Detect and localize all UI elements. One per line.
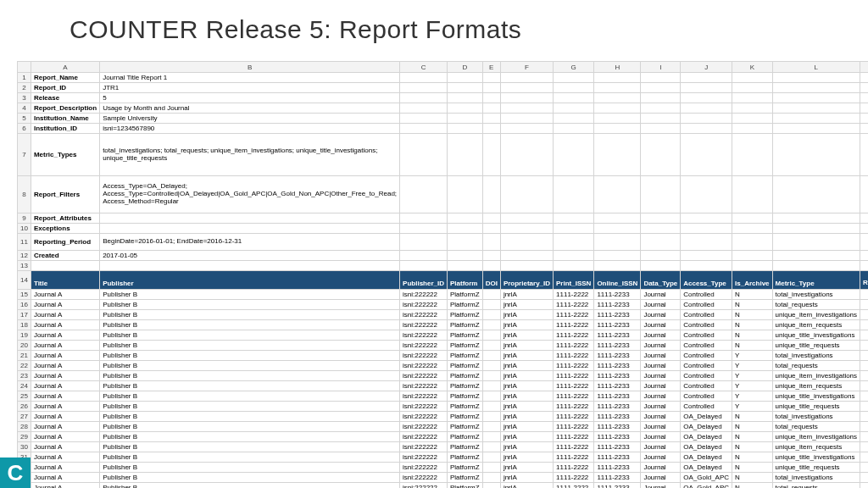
cell[interactable]: 1111-2222	[554, 452, 594, 463]
data-header-cell[interactable]: Online_ISSN	[594, 271, 641, 290]
cell[interactable]	[681, 93, 732, 103]
cell[interactable]: Exceptions	[31, 224, 99, 234]
column-header[interactable]: E	[482, 62, 500, 73]
cell[interactable]: 1111-2233	[594, 412, 641, 422]
cell[interactable]: Journal A	[31, 351, 99, 361]
cell[interactable]: PlatformZ	[447, 432, 482, 442]
cell[interactable]: PlatformZ	[447, 371, 482, 381]
cell[interactable]: isni=1234567890	[100, 124, 400, 134]
cell[interactable]: 1111-2233	[594, 361, 641, 371]
cell[interactable]	[500, 114, 553, 124]
cell[interactable]: Institution_Name	[31, 114, 99, 124]
cell[interactable]	[594, 103, 641, 114]
cell[interactable]	[500, 224, 553, 234]
row-header[interactable]: 27	[18, 412, 31, 422]
cell[interactable]: PlatformZ	[447, 320, 482, 330]
cell[interactable]: 1111-2222	[554, 412, 594, 422]
row-header[interactable]: 3	[18, 93, 31, 103]
spreadsheet-table[interactable]: ABCDEFGHIJKLMN 1Report_NameJournal Title…	[17, 61, 868, 488]
row-header[interactable]: 14	[18, 271, 31, 290]
cell[interactable]: Journal	[641, 371, 681, 381]
column-header[interactable]: M	[860, 62, 868, 73]
data-header-cell[interactable]: Is_Archive	[732, 271, 772, 290]
cell[interactable]: 5	[860, 310, 868, 320]
cell[interactable]	[681, 103, 732, 114]
cell[interactable]: OA_Delayed	[681, 432, 732, 442]
cell[interactable]	[400, 134, 448, 176]
row-header[interactable]: 7	[18, 134, 31, 176]
cell[interactable]: Journal	[641, 361, 681, 371]
cell[interactable]	[732, 124, 772, 134]
cell[interactable]	[500, 73, 553, 83]
cell[interactable]: 1111-2222	[554, 422, 594, 432]
row-header[interactable]: 5	[18, 114, 31, 124]
cell[interactable]	[641, 251, 681, 261]
cell[interactable]	[482, 473, 500, 483]
row-header[interactable]: 12	[18, 251, 31, 261]
cell[interactable]: Publisher B	[100, 442, 400, 452]
cell[interactable]: isni:222222	[400, 310, 448, 320]
cell[interactable]	[554, 134, 594, 176]
cell[interactable]: PlatformZ	[447, 290, 482, 300]
cell[interactable]: PlatformZ	[447, 402, 482, 412]
cell[interactable]	[594, 261, 641, 271]
cell[interactable]: Publisher B	[100, 361, 400, 371]
cell[interactable]	[554, 176, 594, 214]
cell[interactable]: Journal	[641, 402, 681, 412]
cell[interactable]: 1111-2233	[594, 432, 641, 442]
row-header[interactable]: 9	[18, 214, 31, 224]
cell[interactable]	[482, 83, 500, 93]
cell[interactable]: 5	[860, 442, 868, 452]
cell[interactable]	[447, 224, 482, 234]
cell[interactable]	[554, 103, 594, 114]
cell[interactable]	[732, 224, 772, 234]
cell[interactable]: 1111-2233	[594, 330, 641, 341]
cell[interactable]: OA_Gold_APC	[681, 473, 732, 483]
cell[interactable]	[860, 251, 868, 261]
cell[interactable]: 1111-2222	[554, 320, 594, 330]
cell[interactable]: Journal	[641, 432, 681, 442]
row-header[interactable]: 6	[18, 124, 31, 134]
cell[interactable]: Release	[31, 93, 99, 103]
cell[interactable]: 1111-2233	[594, 391, 641, 402]
cell[interactable]: isni:222222	[400, 452, 448, 463]
cell[interactable]: 5	[860, 483, 868, 489]
cell[interactable]	[641, 114, 681, 124]
cell[interactable]: Journal A	[31, 290, 99, 300]
cell[interactable]	[681, 83, 732, 93]
cell[interactable]: isni:222222	[400, 463, 448, 473]
cell[interactable]: 10	[860, 290, 868, 300]
cell[interactable]	[554, 114, 594, 124]
cell[interactable]: Publisher B	[100, 310, 400, 320]
cell[interactable]: 5	[860, 432, 868, 442]
cell[interactable]	[641, 261, 681, 271]
cell[interactable]	[482, 176, 500, 214]
row-header[interactable]: 8	[18, 176, 31, 214]
cell[interactable]	[732, 83, 772, 93]
cell[interactable]: Journal	[641, 422, 681, 432]
cell[interactable]: 1111-2233	[594, 473, 641, 483]
cell[interactable]	[594, 114, 641, 124]
cell[interactable]	[482, 412, 500, 422]
data-header-cell[interactable]: Reporting_Period_Total	[860, 271, 868, 290]
cell[interactable]: isni:222222	[400, 391, 448, 402]
cell[interactable]: PlatformZ	[447, 351, 482, 361]
cell[interactable]: unique_title_requests	[772, 341, 860, 351]
cell[interactable]: 1111-2222	[554, 330, 594, 341]
data-header-cell[interactable]: DOI	[482, 271, 500, 290]
cell[interactable]: N	[732, 463, 772, 473]
row-header[interactable]: 30	[18, 442, 31, 452]
cell[interactable]: Journal A	[31, 330, 99, 341]
cell[interactable]	[594, 224, 641, 234]
cell[interactable]: Controlled	[681, 351, 732, 361]
row-header[interactable]: 16	[18, 300, 31, 310]
cell[interactable]: 5	[860, 473, 868, 483]
column-header[interactable]: F	[500, 62, 553, 73]
cell[interactable]: PlatformZ	[447, 483, 482, 489]
cell[interactable]	[482, 351, 500, 361]
cell[interactable]	[641, 93, 681, 103]
cell[interactable]: 5	[860, 371, 868, 381]
cell[interactable]	[447, 251, 482, 261]
cell[interactable]: PlatformZ	[447, 361, 482, 371]
cell[interactable]: Publisher B	[100, 290, 400, 300]
